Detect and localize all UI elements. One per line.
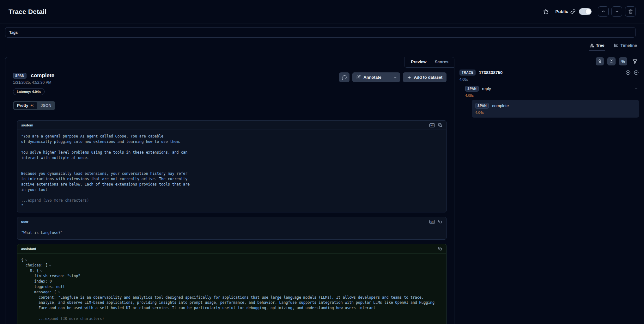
span-duration: 4.08s [465, 94, 639, 97]
expand-link[interactable]: ...expand (596 more characters) [21, 198, 89, 203]
message-system: system M↓ "You are a general purpose AI … [17, 120, 447, 212]
json-line: index: 0 [21, 279, 442, 284]
timeline-icon [614, 43, 618, 48]
messages-list: system M↓ "You are a general purpose AI … [17, 120, 447, 324]
message-assistant: assistant { choices: [ 0: { finish_reaso… [17, 244, 447, 324]
collapse-caret-icon[interactable] [40, 269, 43, 272]
latency-badge: Latency: 4.04s [13, 88, 45, 95]
span-name: complete [31, 72, 54, 79]
public-label: Public [555, 9, 568, 14]
tab-timeline-label: Timeline [620, 43, 637, 48]
span-preview-panel: Preview Scores SPAN complete 1/31/2025, … [5, 57, 454, 324]
next-trace-button[interactable] [611, 6, 622, 17]
view-mode-tabs: Tree Timeline [0, 41, 644, 51]
role-label: assistant [21, 247, 36, 251]
pretty-label: Pretty [17, 103, 28, 108]
format-toggle: Pretty JSON [13, 101, 55, 110]
span-name: reply [482, 86, 491, 91]
sparkles-icon [30, 104, 34, 108]
trace-nav-buttons [598, 6, 636, 17]
preview-scores-tabs: Preview Scores [404, 57, 454, 68]
comment-button[interactable] [339, 72, 349, 82]
annotate-dropdown-chevron[interactable] [391, 72, 400, 82]
json-line: 0: { [21, 268, 442, 273]
span-actions: Annotate Add to dataset [339, 72, 447, 82]
trace-duration: 4.08s [459, 77, 639, 81]
span-complete-row-selected[interactable]: SPAN complete 4.04s [472, 100, 639, 118]
json-line: message: { [21, 290, 442, 295]
message-user: user M↓ "What is Langfuse?" [17, 217, 447, 240]
copy-icon[interactable] [438, 247, 442, 251]
collapse-node-minus-icon[interactable] [634, 87, 639, 91]
span-name: complete [492, 103, 509, 108]
panel-body: SPAN complete 1/31/2025, 4:52:30 PM Late… [5, 57, 454, 324]
annotate-button[interactable]: Annotate [352, 72, 400, 82]
expand-link[interactable]: ...expand (38 more characters) [21, 316, 442, 321]
trace-id: 1738338750 [479, 70, 502, 75]
filter-funnel-button[interactable] [631, 57, 639, 65]
collapse-caret-icon[interactable] [49, 264, 52, 267]
collapse-all-button[interactable] [607, 57, 616, 65]
role-label: system [21, 123, 33, 127]
tags-box[interactable]: Tags [5, 27, 636, 38]
role-label: user [21, 220, 28, 223]
json-label: JSON [40, 103, 51, 108]
collapse-caret-icon[interactable] [58, 290, 61, 294]
json-line: logprobs: null [21, 284, 442, 290]
annotate-label: Annotate [363, 75, 381, 80]
tab-scores[interactable]: Scores [435, 59, 448, 67]
top-bar: Trace Detail Public [0, 0, 644, 23]
copy-icon[interactable] [438, 123, 442, 127]
system-message-content: "You are a general purpose AI agent call… [21, 134, 442, 208]
trace-badge: TRACE [459, 70, 476, 76]
json-line: choices: [ [21, 263, 442, 268]
add-to-dataset-button[interactable]: Add to dataset [403, 72, 447, 82]
sidebar-toolbar: % [459, 57, 639, 65]
span-reply-row[interactable]: SPAN reply [465, 84, 639, 92]
span-duration: 4.04s [475, 111, 635, 114]
tab-preview[interactable]: Preview [411, 59, 426, 67]
scores-award-button[interactable] [596, 57, 604, 65]
trace-tree-sidebar: % TRACE 1738338750 4.08s SPAN reply [459, 57, 639, 324]
add-to-dataset-label: Add to dataset [414, 75, 442, 80]
top-bar-actions: Public [543, 6, 636, 17]
metrics-percent-button[interactable]: % [619, 57, 627, 65]
annotate-edit-icon [356, 75, 361, 80]
assistant-content-line: content: "Langfuse is an observability a… [21, 295, 442, 311]
span-badge: SPAN [465, 86, 479, 92]
collapse-all-circle-minus-icon[interactable] [634, 70, 639, 75]
tab-tree-label: Tree [596, 43, 605, 48]
reply-children: SPAN complete 4.04s [468, 100, 639, 118]
page-title: Trace Detail [9, 8, 46, 15]
tab-tree[interactable]: Tree [589, 41, 605, 51]
copy-icon[interactable] [438, 219, 442, 224]
span-timestamp: 1/31/2025, 4:52:30 PM [13, 80, 54, 85]
markdown-toggle-icon[interactable]: M↓ [429, 220, 435, 224]
collapse-caret-icon[interactable] [25, 259, 28, 262]
star-bookmark-button[interactable] [543, 9, 549, 15]
tab-timeline[interactable]: Timeline [613, 41, 638, 51]
button-divider [388, 72, 388, 82]
json-line: { [21, 257, 442, 263]
format-json-option[interactable]: JSON [37, 102, 54, 109]
format-pretty-option[interactable]: Pretty [14, 102, 37, 109]
expand-all-circle-plus-icon[interactable] [625, 70, 631, 75]
span-type-badge: SPAN [13, 73, 27, 79]
json-line: finish_reason: "stop" [21, 273, 442, 279]
user-message-content: "What is Langfuse?" [21, 230, 442, 235]
plus-icon [407, 75, 411, 80]
previous-trace-button[interactable] [598, 6, 609, 17]
toggle-knob [586, 9, 591, 14]
span-badge: SPAN [475, 103, 489, 109]
delete-trace-button[interactable] [625, 6, 636, 17]
tags-label: Tags [9, 30, 18, 35]
content-row: Preview Scores SPAN complete 1/31/2025, … [0, 51, 644, 324]
trace-children: SPAN reply 4.08s SPAN complete 4.04s [461, 84, 639, 118]
tree-network-icon [590, 43, 594, 48]
markdown-toggle-icon[interactable]: M↓ [429, 123, 435, 127]
assistant-json-tree: { choices: [ 0: { finish_reason: "stop" … [21, 257, 442, 295]
trace-root-row[interactable]: TRACE 1738338750 [459, 70, 639, 76]
public-toggle[interactable] [579, 8, 592, 15]
share-link-icon[interactable] [570, 9, 575, 14]
public-share-control: Public [555, 8, 592, 15]
